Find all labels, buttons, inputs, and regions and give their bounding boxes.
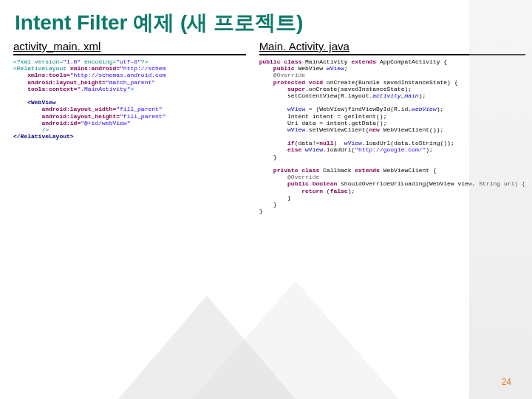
decor-band [469, 0, 532, 399]
xml-column: activity_main. xml <?xml version="1.0" e… [13, 40, 246, 214]
decor-triangle [118, 296, 296, 399]
page-number: 24 [502, 377, 511, 387]
xml-code: <?xml version="1.0" encoding="utf-8"?> <… [13, 58, 246, 140]
xml-header: activity_main. xml [13, 40, 246, 55]
page-title: Intent Filter 예제 (새 프로젝트) [0, 0, 532, 40]
code-columns: activity_main. xml <?xml version="1.0" e… [0, 40, 532, 214]
